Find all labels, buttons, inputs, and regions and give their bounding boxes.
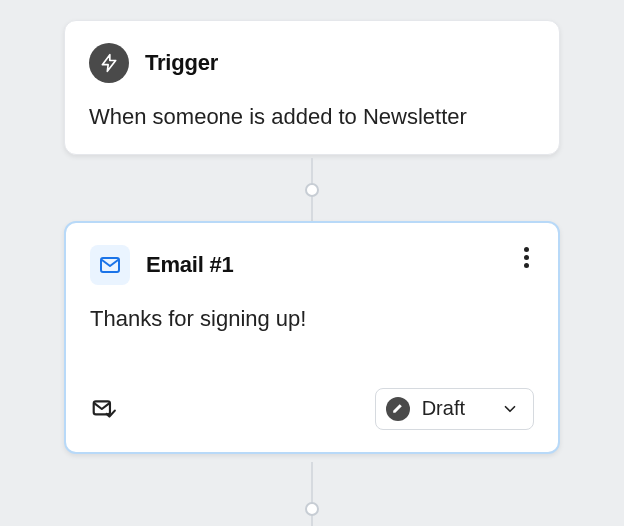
email-footer: Draft [90, 388, 534, 430]
connector-line-bottom [311, 462, 313, 526]
email-title: Email #1 [146, 252, 234, 278]
email-header: Email #1 [90, 245, 534, 285]
email-subject: Thanks for signing up! [90, 305, 534, 334]
trigger-card[interactable]: Trigger When someone is added to Newslet… [64, 20, 560, 155]
connector-node[interactable] [305, 183, 319, 197]
workflow-canvas[interactable]: Trigger When someone is added to Newslet… [0, 0, 624, 526]
pencil-icon [386, 397, 410, 421]
email-card[interactable]: Email #1 Thanks for signing up! [64, 221, 560, 454]
envelope-icon [90, 245, 130, 285]
connector-node-bottom[interactable] [305, 502, 319, 516]
status-label: Draft [422, 397, 465, 420]
chevron-down-icon [501, 400, 519, 418]
envelope-check-icon[interactable] [90, 395, 118, 423]
lightning-icon [89, 43, 129, 83]
trigger-title: Trigger [145, 50, 218, 76]
trigger-header: Trigger [89, 43, 535, 83]
trigger-description: When someone is added to Newsletter [89, 103, 535, 132]
status-dropdown[interactable]: Draft [375, 388, 534, 430]
more-vertical-icon[interactable] [512, 243, 540, 271]
